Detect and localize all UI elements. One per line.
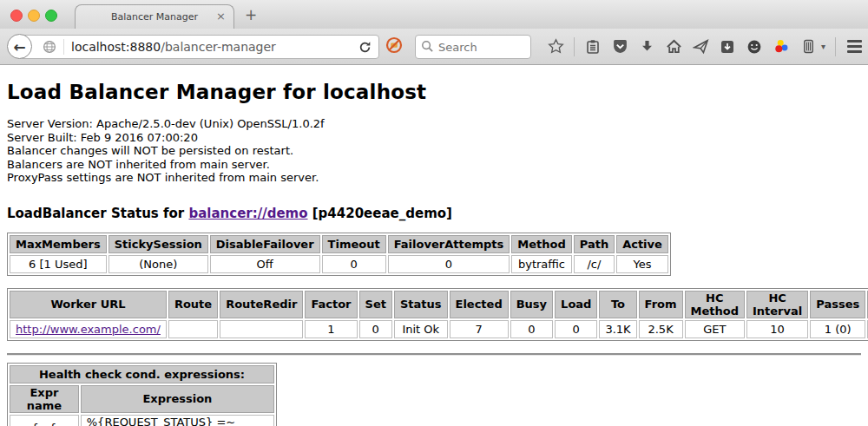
cell-elected: 7 bbox=[450, 320, 509, 338]
cell-from: 2.5K bbox=[639, 320, 683, 338]
header-cell: StickySession bbox=[108, 235, 208, 253]
chevron-down-icon[interactable]: ▾ bbox=[821, 42, 825, 51]
cell-passes: 1 (0) bbox=[810, 320, 865, 338]
worker-url-link[interactable]: http://www.example.com/ bbox=[16, 323, 161, 336]
cell-load: 0 bbox=[555, 320, 597, 338]
proxypass-note-line: ProxyPass settings are NOT inherited fro… bbox=[7, 171, 861, 185]
header-cell: Expression bbox=[81, 385, 274, 413]
header-cell: HC Interval bbox=[746, 291, 808, 318]
smiley-extension-icon[interactable] bbox=[746, 38, 763, 56]
cell-route bbox=[168, 320, 218, 338]
header-cell: Expr name bbox=[10, 385, 79, 413]
cell-timeout: 0 bbox=[322, 255, 386, 273]
globe-icon bbox=[41, 38, 58, 56]
window-close-button[interactable] bbox=[10, 10, 23, 22]
toolbar-divider bbox=[574, 37, 575, 56]
browser-window: Balancer Manager × + ← localhost:8880 /b… bbox=[0, 0, 868, 426]
header-cell: Route bbox=[168, 291, 218, 318]
reading-list-icon[interactable] bbox=[584, 38, 602, 56]
reload-icon[interactable] bbox=[356, 38, 373, 56]
header-cell: Elected bbox=[450, 291, 509, 318]
cell-disablefailover: Off bbox=[210, 255, 320, 273]
pocket-icon[interactable] bbox=[611, 38, 628, 56]
tab-balancer-manager[interactable]: Balancer Manager × bbox=[75, 4, 234, 29]
toolbar-icons: ▾ bbox=[547, 29, 868, 64]
cell-worker-url: http://www.example.com/ bbox=[10, 320, 167, 338]
window-zoom-button[interactable] bbox=[45, 10, 57, 22]
content-blocked-icon[interactable] bbox=[385, 36, 403, 54]
cell-expression: %{REQUEST_STATUS} =~ /^[234]/ bbox=[81, 415, 274, 426]
cell-status: Init Ok bbox=[394, 320, 448, 338]
header-cell: Worker URL bbox=[10, 291, 167, 318]
header-cell: Status bbox=[394, 291, 448, 318]
home-icon[interactable] bbox=[665, 38, 682, 56]
toolbar-divider bbox=[835, 37, 836, 56]
url-path: /balancer-manager bbox=[161, 40, 276, 54]
table-row: foof %{REQUEST_STATUS} =~ /^[234]/ bbox=[10, 415, 274, 426]
header-cell: Path bbox=[574, 235, 615, 253]
header-cell: FailoverAttempts bbox=[388, 235, 510, 253]
menu-icon[interactable] bbox=[845, 38, 863, 56]
health-table-title: Health check cond. expressions: bbox=[10, 365, 274, 383]
url-domain: localhost:8880 bbox=[71, 40, 161, 54]
new-tab-button[interactable]: + bbox=[245, 6, 257, 23]
page-content: Load Balancer Manager for localhost Serv… bbox=[0, 81, 868, 426]
header-cell: MaxMembers bbox=[10, 235, 107, 253]
tab-close-icon[interactable]: × bbox=[216, 10, 226, 22]
header-cell: Busy bbox=[510, 291, 553, 318]
header-cell: Timeout bbox=[322, 235, 386, 253]
header-cell: Load bbox=[555, 291, 597, 318]
header-cell: HC Method bbox=[685, 291, 745, 318]
header-cell: Factor bbox=[305, 291, 357, 318]
header-cell: DisableFailover bbox=[210, 235, 320, 253]
container-extension-icon[interactable] bbox=[799, 38, 817, 56]
balancer-demo-link[interactable]: balancer://demo bbox=[188, 206, 307, 221]
cell-maxmembers: 6 [1 Used] bbox=[10, 255, 107, 273]
header-cell: From bbox=[639, 291, 683, 318]
tab-title: Balancer Manager bbox=[111, 11, 198, 23]
navigation-toolbar: ← localhost:8880 /balancer-manager bbox=[0, 29, 868, 65]
send-tab-icon[interactable] bbox=[692, 38, 709, 56]
cell-stickysession: (None) bbox=[108, 255, 208, 273]
cell-to: 3.1K bbox=[599, 320, 636, 338]
worker-status-table: Worker URL Route RouteRedir Factor Set S… bbox=[7, 288, 868, 341]
cell-expr-name: foof bbox=[10, 415, 79, 426]
downloads-icon[interactable] bbox=[638, 38, 655, 56]
section-divider bbox=[7, 353, 861, 356]
cell-hc-method: GET bbox=[685, 320, 745, 338]
header-cell: Passes bbox=[810, 291, 865, 318]
status-heading-suffix: [p4420eeae_demo] bbox=[308, 206, 452, 221]
cell-active: Yes bbox=[616, 255, 668, 273]
bookmark-star-icon[interactable] bbox=[547, 38, 564, 56]
extension-download-icon[interactable] bbox=[719, 38, 736, 56]
table-row: http://www.example.com/ 1 0 Init Ok 7 0 … bbox=[10, 320, 868, 338]
server-built-line: Server Built: Feb 9 2016 07:00:20 bbox=[7, 131, 861, 145]
cell-factor: 1 bbox=[305, 320, 357, 338]
cell-method: bytraffic bbox=[511, 255, 571, 273]
cell-routeredir bbox=[220, 320, 303, 338]
balancer-settings-table: MaxMembers StickySession DisableFailover… bbox=[7, 233, 671, 276]
back-button[interactable]: ← bbox=[7, 34, 32, 59]
tab-strip: Balancer Manager × + bbox=[0, 0, 868, 29]
cell-busy: 0 bbox=[510, 320, 553, 338]
server-version-line: Server Version: Apache/2.5.0-dev (Unix) … bbox=[7, 117, 861, 131]
search-icon bbox=[421, 40, 434, 53]
status-heading-prefix: LoadBalancer Status for bbox=[7, 206, 188, 221]
window-minimize-button[interactable] bbox=[28, 10, 40, 22]
cell-failoverattempts: 0 bbox=[388, 255, 510, 273]
cell-set: 0 bbox=[359, 320, 392, 338]
cell-path: /c/ bbox=[574, 255, 615, 273]
health-check-table: Health check cond. expressions: Expr nam… bbox=[7, 363, 277, 426]
cell-hc-interval: 10 bbox=[746, 320, 808, 338]
persist-note-line: Balancer changes will NOT be persisted o… bbox=[7, 144, 861, 158]
header-cell: To bbox=[599, 291, 636, 318]
search-bar bbox=[415, 35, 531, 59]
header-cell: Set bbox=[359, 291, 392, 318]
color-dots-extension-icon[interactable] bbox=[773, 38, 790, 56]
balancer-status-heading: LoadBalancer Status for balancer://demo … bbox=[7, 206, 861, 221]
inherit-note-line: Balancers are NOT inherited from main se… bbox=[7, 158, 861, 172]
header-cell: RouteRedir bbox=[220, 291, 303, 318]
urlbar-divider bbox=[63, 39, 64, 55]
table-row: 6 [1 Used] (None) Off 0 0 bytraffic /c/ … bbox=[10, 255, 668, 273]
url-bar[interactable]: localhost:8880 /balancer-manager bbox=[19, 35, 379, 59]
